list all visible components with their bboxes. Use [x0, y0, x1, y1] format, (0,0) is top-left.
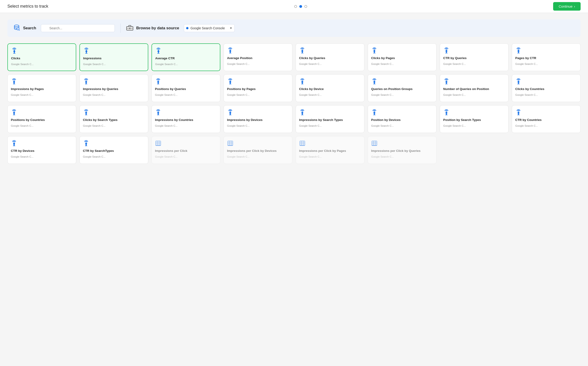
metric-card-clicks-by-countries[interactable]: Clicks by Countries Google Search C... [512, 74, 580, 102]
svg-point-6 [13, 50, 15, 52]
svg-rect-8 [13, 53, 15, 53]
svg-rect-53 [517, 84, 520, 84]
card-icon-number-of-queries-on-position [443, 78, 450, 85]
svg-rect-23 [373, 53, 376, 53]
card-icon-impressions-per-click-by-queries [371, 140, 378, 146]
metric-card-ctr-by-countries[interactable]: CTR by Countries Google Search C... [512, 105, 580, 133]
card-source-ctr-by-searchtypes: Google Search C... [83, 155, 145, 158]
metric-card-clicks[interactable]: Clicks Google Search C... [8, 43, 76, 71]
card-icon-clicks-by-search-types [83, 109, 89, 116]
svg-point-81 [85, 143, 87, 145]
card-source-position-by-devices: Google Search C... [371, 124, 433, 127]
svg-point-0 [14, 25, 19, 27]
svg-point-36 [157, 81, 159, 83]
metric-card-position-by-search-types[interactable]: Position by Search Types Google Search C… [440, 105, 509, 133]
browse-icon [126, 24, 133, 32]
search-input[interactable] [41, 24, 115, 32]
svg-point-21 [373, 50, 375, 52]
metric-card-positions-by-countries[interactable]: Positions by Countries Google Search C..… [8, 105, 76, 133]
metric-card-impressions-by-countries[interactable]: Impressions by Countries Google Search C… [152, 105, 220, 133]
card-source-pages-by-ctr: Google Search C... [515, 62, 577, 65]
continue-button[interactable]: Continue › [553, 2, 580, 11]
metric-card-queries-on-position-groups[interactable]: Queries on Position Groups Google Search… [368, 74, 436, 102]
metric-card-pages-by-ctr[interactable]: Pages by CTR Google Search C... [512, 43, 580, 71]
svg-rect-56 [13, 115, 15, 115]
svg-rect-38 [157, 84, 159, 84]
svg-rect-5 [129, 28, 131, 29]
metric-card-number-of-queries-on-position[interactable]: Number of Queries on Position Google Sea… [440, 74, 509, 102]
metric-card-positions-by-pages[interactable]: Positions by Pages Google Search C... [224, 74, 292, 102]
card-source-impressions-per-click-by-pages: Google Search C... [299, 155, 361, 158]
card-icon-ctr-by-queries [443, 47, 450, 54]
card-title-ctr-by-devices: CTR by Devices [11, 149, 73, 153]
svg-rect-90 [228, 141, 233, 146]
metric-card-impressions-by-queries[interactable]: Impressions by Queries Google Search C..… [79, 74, 148, 102]
metric-card-clicks-by-search-types[interactable]: Clicks by Search Types Google Search C..… [79, 105, 148, 133]
svg-rect-74 [445, 115, 448, 115]
metric-card-average-position[interactable]: Average Position Google Search C... [224, 43, 292, 71]
svg-rect-29 [517, 53, 520, 53]
filter-bar: Search 🔍 Browse by data source [8, 19, 580, 37]
card-source-impressions-by-devices: Google Search C... [227, 124, 289, 127]
card-title-average-position: Average Position [227, 56, 289, 60]
datasource-select[interactable]: Google Search Console Google Analytics C… [184, 24, 235, 32]
step-3 [304, 5, 307, 8]
metric-card-clicks-by-queries[interactable]: Clicks by Queries Google Search C... [296, 43, 364, 71]
metric-card-ctr-by-searchtypes[interactable]: CTR by SearchTypes Google Search C... [79, 136, 148, 164]
card-source-impressions-by-countries: Google Search C... [155, 124, 217, 127]
card-icon-clicks-by-device [299, 78, 306, 85]
svg-rect-35 [85, 84, 87, 84]
card-source-average-position: Google Search C... [227, 62, 289, 65]
metric-card-ctr-by-queries[interactable]: CTR by Queries Google Search C... [440, 43, 509, 71]
metric-card-clicks-by-pages[interactable]: Clicks by Pages Google Search C... [368, 43, 436, 71]
card-icon-clicks-by-queries [299, 47, 306, 54]
metric-card-impressions-per-click-by-queries: Impressions per Click by Queries Google … [368, 136, 436, 164]
svg-rect-65 [229, 115, 232, 115]
card-title-positions-by-pages: Positions by Pages [227, 87, 289, 91]
cards-grid: Clicks Google Search C... Impressions Go… [8, 43, 580, 164]
svg-point-57 [85, 112, 87, 114]
card-source-impressions-by-search-types: Google Search C... [299, 124, 361, 127]
card-icon-pages-by-ctr [515, 47, 522, 54]
svg-point-42 [302, 81, 303, 83]
metric-card-positions-by-queries[interactable]: Positions by Queries Google Search C... [152, 74, 220, 102]
top-bar: Select metrics to track Continue › [0, 0, 588, 13]
filter-divider [120, 23, 121, 33]
card-title-ctr-by-queries: CTR by Queries [443, 56, 505, 60]
card-title-number-of-queries-on-position: Number of Queries on Position [443, 87, 505, 91]
svg-point-33 [85, 81, 87, 83]
card-source-average-ctr: Google Search C... [155, 63, 217, 66]
svg-rect-20 [301, 53, 303, 53]
card-title-impressions-by-countries: Impressions by Countries [155, 118, 217, 122]
metric-card-impressions-per-click: Impressions per Click Google Search C... [152, 136, 220, 164]
step-2 [299, 5, 302, 8]
svg-line-2 [19, 30, 20, 30]
card-title-clicks-by-queries: Clicks by Queries [299, 56, 361, 60]
svg-point-63 [229, 112, 231, 114]
metric-card-position-by-devices[interactable]: Position by Devices Google Search C... [368, 105, 436, 133]
svg-point-30 [13, 81, 15, 83]
card-icon-clicks-by-countries [515, 78, 522, 85]
svg-rect-71 [373, 115, 376, 115]
card-title-clicks-by-pages: Clicks by Pages [371, 56, 433, 60]
svg-rect-62 [157, 115, 159, 115]
svg-point-75 [518, 112, 519, 114]
metric-card-average-ctr[interactable]: Average CTR Google Search C... [152, 43, 220, 71]
metric-card-impressions-by-search-types[interactable]: Impressions by Search Types Google Searc… [296, 105, 364, 133]
svg-rect-26 [445, 53, 448, 53]
metric-card-clicks-by-device[interactable]: Clicks by Device Google Search C... [296, 74, 364, 102]
metric-card-impressions-by-pages[interactable]: Impressions by Pages Google Search C... [8, 74, 76, 102]
datasource-color-dot [186, 27, 188, 29]
datasource-select-wrapper: Google Search Console Google Analytics C… [184, 24, 235, 32]
metric-card-ctr-by-devices[interactable]: CTR by Devices Google Search C... [8, 136, 76, 164]
card-title-clicks: Clicks [11, 56, 72, 61]
card-source-clicks-by-pages: Google Search C... [371, 62, 433, 65]
metric-card-impressions[interactable]: Impressions Google Search C... [79, 43, 148, 71]
page-title: Select metrics to track [8, 4, 48, 9]
card-icon-position-by-devices [371, 109, 378, 116]
svg-rect-77 [517, 115, 520, 115]
svg-rect-80 [13, 146, 15, 146]
metric-card-impressions-by-devices[interactable]: Impressions by Devices Google Search C..… [224, 105, 292, 133]
card-title-ctr-by-searchtypes: CTR by SearchTypes [83, 149, 145, 153]
card-title-impressions-per-click-by-devices: Impressions per Click by Devices [227, 149, 289, 153]
